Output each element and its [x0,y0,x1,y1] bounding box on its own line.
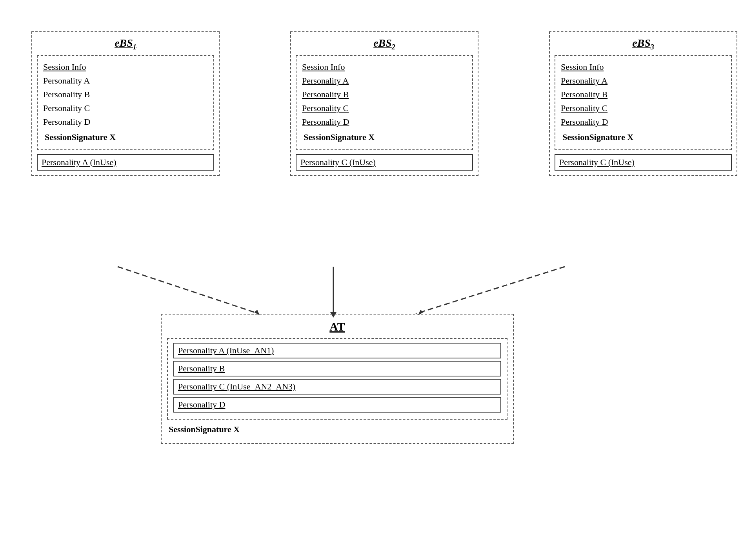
diagram-container: eBS1 Session Info Personality A Personal… [24,31,745,541]
at-item-text-0: Personality A (InUse_AN1) [178,345,274,355]
ebs1-title: eBS1 [37,37,214,51]
ebs2-session-box: Session Info Personality A Personality B… [296,55,473,150]
at-inner-box: Personality A (InUse_AN1) Personality B … [167,338,507,420]
ebs1-personality-c: Personality C [43,101,208,115]
ebs1-personality-a: Personality A [43,74,208,87]
ebs3-box: eBS3 Session Info Personality A Personal… [549,31,737,176]
at-title: AT [167,320,507,333]
ebs3-personality-c: Personality C [561,101,726,115]
ebs-row: eBS1 Session Info Personality A Personal… [24,31,745,176]
at-item-text-2: Personality C (InUse_AN2_AN3) [178,382,295,391]
ebs1-session-info: Session Info [43,60,208,74]
svg-line-0 [118,267,259,314]
ebs2-title: eBS2 [296,37,473,51]
ebs3-personality-d: Personality D [561,115,726,129]
at-item-0: Personality A (InUse_AN1) [173,343,501,358]
ebs2-inuse-text: Personality C (InUse) [300,157,376,167]
ebs1-session-signature: SessionSignature X [43,132,208,142]
ebs2-session-info: Session Info [302,60,467,74]
ebs2-personality-b: Personality B [302,87,467,101]
ebs3-session-info: Session Info [561,60,726,74]
at-item-text-1: Personality B [178,364,225,373]
ebs2-session-signature: SessionSignature X [302,132,467,142]
ebs3-personality-a: Personality A [561,74,726,87]
ebs3-title: eBS3 [555,37,732,51]
at-item-3: Personality D [173,397,501,413]
ebs3-session-box: Session Info Personality A Personality B… [555,55,732,150]
ebs3-personality-b: Personality B [561,87,726,101]
at-item-1: Personality B [173,361,501,376]
at-item-2: Personality C (InUse_AN2_AN3) [173,379,501,395]
ebs2-box: eBS2 Session Info Personality A Personal… [290,31,478,176]
ebs1-inuse-text: Personality A (InUse) [42,157,116,167]
at-box: AT Personality A (InUse_AN1) Personality… [161,314,514,444]
ebs3-inuse-box: Personality C (InUse) [555,154,732,171]
ebs1-personality-b: Personality B [43,87,208,101]
ebs3-session-signature: SessionSignature X [561,132,726,142]
ebs1-box: eBS1 Session Info Personality A Personal… [31,31,220,176]
ebs2-personality-a: Personality A [302,74,467,87]
ebs1-session-box: Session Info Personality A Personality B… [37,55,214,150]
ebs1-inuse-box: Personality A (InUse) [37,154,214,171]
at-session-signature: SessionSignature X [167,424,507,435]
ebs2-inuse-box: Personality C (InUse) [296,154,473,171]
ebs1-personality-d: Personality D [43,115,208,129]
svg-line-2 [416,267,565,314]
ebs2-personality-c: Personality C [302,101,467,115]
at-item-text-3: Personality D [178,400,225,409]
ebs3-inuse-text: Personality C (InUse) [559,157,635,167]
ebs2-personality-d: Personality D [302,115,467,129]
